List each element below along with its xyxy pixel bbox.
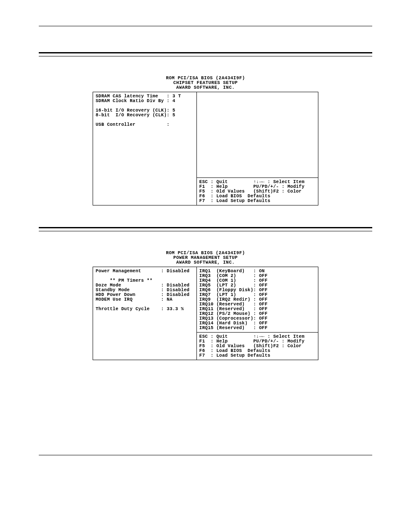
chipset-features-setup-screen: ROM PCI/ISA BIOS (2A434I9F) CHIPSET FEAT… <box>93 76 318 205</box>
page-bottom-rule <box>39 455 372 455</box>
power-help-panel: ESC : Quit ↑↓→← : Select Item F1 : Help … <box>199 334 315 358</box>
power-management-setup-screen: ROM PCI/ISA BIOS (2A434I9F) POWER MANAGE… <box>93 251 318 360</box>
bios-title-chipset: ROM PCI/ISA BIOS (2A434I9F) CHIPSET FEAT… <box>93 76 318 90</box>
power-left-panel: Power Management : Disabled ** PM Timers… <box>96 269 194 311</box>
section1-rule-top2 <box>39 56 372 56</box>
chipset-left-panel: SDRAM CAS latency Time : 3 T SDRAM Clock… <box>96 94 194 127</box>
bios-title-power: ROM PCI/ISA BIOS (2A434I9F) POWER MANAGE… <box>93 251 318 265</box>
power-irq-panel: IRQ1 (KeyBoard) : ON IRQ3 (COM 2) : OFF … <box>199 269 315 330</box>
section2-rule-top2 <box>39 231 372 231</box>
chipset-help-panel: ESC : Quit ↑↓→← : Select Item F1 : Help … <box>199 180 315 203</box>
